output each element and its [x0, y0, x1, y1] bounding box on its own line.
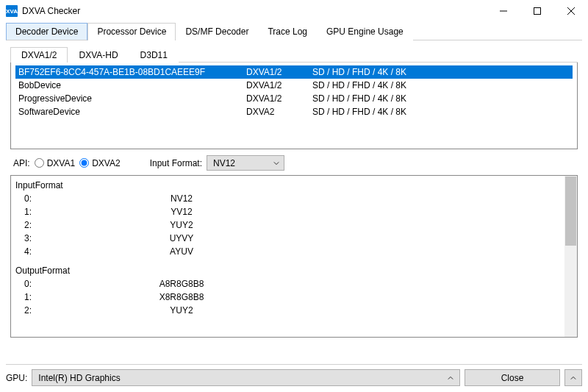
app-icon: XVA: [6, 5, 18, 17]
device-name: BF752EF6-8CC4-457A-BE1B-08BD1CAEEE9F: [18, 67, 246, 77]
radio-dxva2[interactable]: DXVA2: [79, 158, 120, 168]
input-format-label: Input Format:: [150, 158, 202, 168]
format-row[interactable]: 3:UYVY: [15, 232, 573, 245]
device-res: SD / HD / FHD / 4K / 8K: [312, 80, 570, 90]
bottom-bar: GPU: Intel(R) HD Graphics Close: [6, 364, 582, 386]
maximize-button[interactable]: [520, 0, 554, 22]
device-name: ProgressiveDevice: [18, 93, 246, 104]
format-row[interactable]: 2:YUY2: [15, 304, 573, 317]
sub-tabs: DXVA1/2 DXVA-HD D3D11: [10, 46, 578, 63]
window-title: DXVA Checker: [22, 6, 487, 16]
format-row[interactable]: 1:X8R8G8B8: [15, 291, 573, 304]
format-row[interactable]: 1:YV12: [15, 205, 573, 218]
device-row[interactable]: BF752EF6-8CC4-457A-BE1B-08BD1CAEEE9F DXV…: [15, 65, 573, 79]
format-row[interactable]: 0:NV12: [15, 192, 573, 205]
device-api: DXVA2: [246, 107, 312, 117]
device-name: BobDevice: [18, 80, 246, 90]
subtab-dxva12[interactable]: DXVA1/2: [10, 47, 68, 63]
device-list[interactable]: BF752EF6-8CC4-457A-BE1B-08BD1CAEEE9F DXV…: [10, 63, 578, 149]
device-api: DXVA1/2: [246, 67, 312, 77]
tab-processor-device[interactable]: Processor Device: [87, 23, 176, 40]
input-format-combo[interactable]: NV12: [207, 155, 284, 171]
format-row[interactable]: 2:YUY2: [15, 218, 573, 232]
chevron-up-icon: [448, 375, 453, 381]
format-row[interactable]: 0:A8R8G8B8: [15, 277, 573, 291]
chevron-up-icon: [570, 375, 576, 381]
svg-rect-1: [534, 8, 541, 15]
tab-decoder-device[interactable]: Decoder Device: [6, 23, 87, 40]
close-button[interactable]: Close: [465, 369, 560, 386]
api-label: API:: [13, 158, 30, 168]
device-name: SoftwareDevice: [18, 107, 246, 117]
expand-button[interactable]: [564, 369, 582, 386]
minimize-button[interactable]: [487, 0, 520, 22]
format-panel: InputFormat 0:NV12 1:YV12 2:YUY2 3:UYVY …: [10, 175, 578, 338]
scrollbar-thumb[interactable]: [565, 177, 576, 246]
input-format-value: NV12: [213, 158, 235, 168]
radio-dxva1[interactable]: DXVA1: [35, 158, 75, 168]
device-res: SD / HD / FHD / 4K / 8K: [312, 107, 570, 117]
device-row[interactable]: BobDevice DXVA1/2 SD / HD / FHD / 4K / 8…: [15, 79, 573, 92]
device-row[interactable]: ProgressiveDevice DXVA1/2 SD / HD / FHD …: [15, 92, 573, 105]
tab-trace-log[interactable]: Trace Log: [258, 23, 317, 40]
format-row[interactable]: 4:AYUV: [15, 245, 573, 258]
device-res: SD / HD / FHD / 4K / 8K: [312, 93, 570, 104]
gpu-value: Intel(R) HD Graphics: [38, 373, 120, 383]
titlebar: XVA DXVA Checker: [0, 0, 588, 22]
subtab-d3d11[interactable]: D3D11: [129, 47, 179, 63]
subtab-dxvahd[interactable]: DXVA-HD: [68, 47, 129, 63]
device-row[interactable]: SoftwareDevice DXVA2 SD / HD / FHD / 4K …: [15, 105, 573, 118]
main-tabs: Decoder Device Processor Device DS/MF De…: [6, 22, 582, 40]
device-api: DXVA1/2: [246, 80, 312, 90]
close-window-button[interactable]: [554, 0, 588, 22]
tab-gpu-engine-usage[interactable]: GPU Engine Usage: [317, 23, 413, 40]
gpu-combo[interactable]: Intel(R) HD Graphics: [32, 369, 460, 386]
chevron-down-icon: [273, 160, 279, 166]
tab-dsmf-decoder[interactable]: DS/MF Decoder: [176, 23, 258, 40]
input-format-header: InputFormat: [15, 179, 573, 192]
api-row: API: DXVA1 DXVA2 Input Format: NV12: [10, 149, 578, 175]
device-res: SD / HD / FHD / 4K / 8K: [312, 67, 570, 77]
scrollbar[interactable]: [564, 176, 577, 337]
output-format-header: OutputFormat: [15, 264, 573, 277]
gpu-label: GPU:: [6, 373, 27, 383]
device-api: DXVA1/2: [246, 93, 312, 104]
